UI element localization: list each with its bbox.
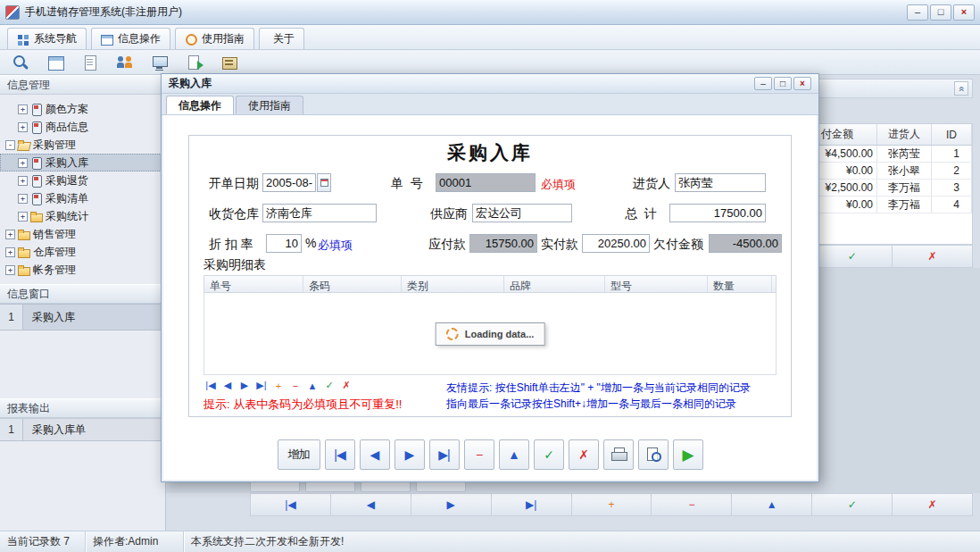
users-button[interactable] [113,52,137,73]
tree-item-purchase-inbound[interactable]: + 采购入库 [0,154,165,171]
column-brand[interactable]: 品牌 [504,276,605,292]
tree-item-purchase-return[interactable]: + 采购退货 [0,171,165,189]
column-order-no[interactable]: 单号 [204,276,303,292]
buyer-input[interactable] [675,173,766,192]
tree-item-warehouse-management[interactable]: + 仓库管理 [0,243,165,261]
dialog-tab-info-operation[interactable]: 信息操作 [166,96,234,114]
dialog-minimize-button[interactable]: – [754,77,772,90]
export-button[interactable] [183,52,206,73]
column-category[interactable]: 类别 [402,276,504,292]
delete-button[interactable]: − [288,379,303,392]
column-id[interactable]: ID [932,124,972,145]
archive-button[interactable] [218,52,241,73]
first-button[interactable]: |◀ [203,379,218,392]
tab-user-guide[interactable]: 使用指南 [175,28,254,49]
supplier-input[interactable] [472,204,572,222]
section-header-report-output[interactable]: 报表输出 [0,398,165,418]
expander-icon[interactable]: + [18,194,28,204]
tab-system-navigation[interactable]: 系统导航 [7,28,87,49]
expander-icon[interactable]: + [18,122,28,132]
tree-item-accounting-management[interactable]: + 帐务管理 [0,261,165,279]
prior-record-button[interactable]: ◀ [360,439,390,470]
monitor-button[interactable] [148,52,171,73]
info-window-row[interactable]: 1 采购入库 [0,304,165,330]
next-button[interactable]: ▶ [237,379,252,392]
table-view-button[interactable] [44,52,67,73]
tree-item-label: 颜色方案 [46,102,88,117]
first-record-button[interactable]: |◀ [325,439,355,470]
last-button[interactable]: ▶| [492,493,572,516]
dialog-maximize-button[interactable]: □ [774,77,792,90]
insert-button[interactable]: + [271,379,286,392]
report-output-row[interactable]: 1 采购入库单 [0,418,165,441]
next-button[interactable]: ▶ [411,493,492,516]
column-person[interactable]: 进货人 [877,124,932,145]
edit-button[interactable]: ▲ [305,379,320,392]
expander-icon[interactable]: - [5,140,15,150]
expander-icon[interactable]: + [5,247,15,257]
close-button[interactable]: × [953,4,975,21]
discount-input[interactable] [266,234,302,253]
preview-button[interactable] [638,439,669,470]
users-icon [116,54,134,71]
paid-input[interactable] [582,234,650,253]
column-barcode[interactable]: 条码 [303,276,402,292]
first-button[interactable]: |◀ [250,493,331,516]
expander-icon[interactable]: + [18,176,28,186]
cancel-button[interactable]: ✗ [893,493,973,516]
warehouse-input[interactable] [262,204,377,222]
maximize-button[interactable]: □ [930,4,951,21]
owed-input[interactable] [709,234,782,253]
delete-record-button[interactable]: − [464,439,494,470]
search-button[interactable] [9,52,32,73]
order-no-input[interactable] [436,173,536,192]
document-button[interactable] [79,52,102,73]
prior-button[interactable]: ◀ [220,379,235,392]
total-input[interactable] [669,204,766,222]
print-button[interactable] [603,439,634,470]
expander-icon[interactable]: + [18,105,28,114]
cancel-record-button[interactable]: ✗ [569,439,599,470]
dialog-titlebar[interactable]: 采购入库 –□× [162,74,818,94]
next-record-button[interactable]: ▶ [394,439,425,470]
post-button[interactable]: ✓ [322,379,336,392]
column-model[interactable]: 型号 [605,276,708,292]
post-button[interactable]: ✓ [812,493,893,516]
insert-button[interactable]: + [572,493,652,516]
tab-about[interactable]: 关于 [259,28,304,49]
tree-item-purchase-statistics[interactable]: + 采购统计 [0,207,165,225]
post-record-button[interactable]: ✓ [534,439,564,470]
edit-record-button[interactable]: ▲ [499,439,529,470]
order-date-input[interactable] [262,173,316,192]
dialog-close-button[interactable]: × [793,77,811,90]
expander-icon[interactable]: + [5,230,15,239]
expander-icon[interactable]: + [18,212,28,222]
expander-icon[interactable]: + [5,265,15,275]
dialog-tab-user-guide[interactable]: 使用指南 [236,96,303,114]
last-record-button[interactable]: ▶| [429,439,460,470]
section-header-info-window[interactable]: 信息窗口 [0,284,165,304]
tree-item-product-info[interactable]: + 商品信息 [0,118,165,136]
calendar-button[interactable] [317,173,331,192]
edit-button[interactable]: ▲ [732,493,812,516]
tree-item-sales-management[interactable]: + 销售管理 [0,225,165,243]
add-button[interactable]: 增加 [278,439,320,470]
tree-item-purchase-list[interactable]: + 采购清单 [0,189,165,207]
post-button[interactable]: ✓ [812,245,893,268]
minimize-button[interactable]: – [907,4,928,21]
cancel-button[interactable]: ✗ [893,245,973,268]
expander-icon[interactable]: + [18,158,28,168]
delete-button[interactable]: − [652,493,732,516]
tree-item-purchase-management[interactable]: - 采购管理 [0,136,165,154]
last-button[interactable]: ▶| [254,379,269,392]
tree-item-label: 采购管理 [33,138,76,153]
tab-info-operation[interactable]: 信息操作 [91,28,170,49]
tree-item-color-scheme[interactable]: + 颜色方案 [0,100,165,118]
prior-button[interactable]: ◀ [331,493,411,516]
column-quantity[interactable]: 数量 [708,276,772,292]
section-header-info-management[interactable]: 信息管理 [0,75,165,95]
run-button[interactable]: ▶ [673,439,703,470]
cancel-button[interactable]: ✗ [339,379,353,392]
payable-input[interactable] [469,234,537,253]
collapse-panel-button[interactable]: « [954,81,968,96]
